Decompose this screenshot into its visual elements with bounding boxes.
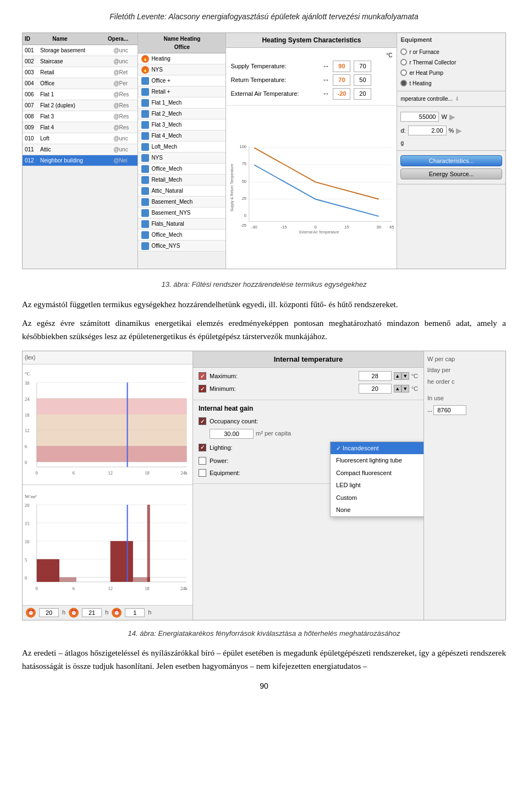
equipment-checkbox[interactable] <box>199 469 206 477</box>
heating-item[interactable]: Flat 1_Mech <box>138 97 226 108</box>
bottom-chart-svg: W/m² 20 15 10 5 0 <box>23 485 193 605</box>
occupancy-unit: m² per capita <box>256 429 291 438</box>
zone-row[interactable]: 003 Retail @Ret <box>23 67 138 78</box>
svg-text:°C: °C <box>25 371 30 377</box>
heating-item[interactable]: Flats_Natural <box>138 219 226 230</box>
equipment-item[interactable]: r or Furnace <box>400 47 502 57</box>
heating-icon-gray <box>141 242 149 250</box>
heating-icon-gray <box>141 132 149 140</box>
page-title: Filetóth Levente: Alacsony energiafogyas… <box>22 11 506 23</box>
max-unit: °C <box>411 372 418 381</box>
zone-row[interactable]: 009 Flat 4 @Res <box>23 122 138 133</box>
watt-row: W ▶ <box>400 111 502 123</box>
heating-item[interactable]: 🔥 Heating <box>138 53 226 64</box>
svg-text:45: 45 <box>390 225 394 230</box>
svg-rect-63 <box>147 504 150 581</box>
percent-input[interactable] <box>408 126 447 135</box>
equipment-radio-selected[interactable] <box>400 80 407 86</box>
equipment-item[interactable]: t Heating <box>400 78 502 89</box>
zone-row-selected[interactable]: 012 Neighbor building @Nei <box>23 155 138 166</box>
heating-item[interactable]: Flat 4_Mech <box>138 130 226 141</box>
zone-row[interactable]: 006 Flat 1 @Res <box>23 89 138 100</box>
temp-control-label: mperature controlle... ⬇ <box>400 94 502 104</box>
energy-source-button[interactable]: Energy Source... <box>400 168 502 179</box>
heating-icon-gray <box>141 121 149 129</box>
zone-row[interactable]: 011 Attic @unc <box>23 144 138 155</box>
figure-14-screenshot: (lex) °C 30 24 18 12 6 0 <box>22 351 506 620</box>
heating-item[interactable]: Office_NYS <box>138 241 226 252</box>
svg-text:10: 10 <box>25 539 29 544</box>
equipment-item[interactable]: er Heat Pump <box>400 68 502 78</box>
zone-row[interactable]: 002 Staircase @unc <box>23 56 138 67</box>
svg-text:12: 12 <box>108 586 113 591</box>
heating-item[interactable]: Basement_NYS <box>138 208 226 219</box>
heating-icon-gray <box>141 231 149 239</box>
zone-row[interactable]: 008 Flat 3 @Res <box>23 111 138 122</box>
lighting-checkbox[interactable]: ✓ <box>199 444 206 451</box>
heating-item[interactable]: Flat 2_Mech <box>138 108 226 119</box>
max-value-input[interactable] <box>359 371 392 381</box>
dropdown-item-none[interactable]: None <box>331 504 424 516</box>
max-step-up[interactable]: ▲ <box>394 372 402 380</box>
equipment-radio[interactable] <box>400 69 407 76</box>
max-checkbox[interactable]: ✓ <box>199 372 206 380</box>
occupancy-checkbox[interactable]: ✓ <box>199 417 206 425</box>
heating-icon-gray <box>141 165 149 173</box>
min-step-down[interactable]: ▼ <box>402 385 409 393</box>
start-hour-input[interactable] <box>39 608 59 617</box>
max-label: Maximum: <box>210 372 359 381</box>
heating-item[interactable]: Office_Mech <box>138 164 226 175</box>
max-step-down[interactable]: ▼ <box>402 372 409 380</box>
svg-text:15: 15 <box>25 521 29 526</box>
duration-input[interactable] <box>125 608 145 617</box>
occupancy-value-input[interactable] <box>210 429 254 439</box>
heating-icon-gray <box>141 99 149 107</box>
heating-item[interactable]: 🔥 NYS <box>138 64 226 75</box>
equipment-radio[interactable] <box>400 48 407 55</box>
svg-rect-60 <box>59 577 76 581</box>
ext-air-temp-row: External Air Temperature: ↔ -20 20 <box>230 88 392 100</box>
zone-row[interactable]: 004 Office @Per <box>23 78 138 89</box>
svg-rect-37 <box>37 446 187 462</box>
heating-icon-gray <box>141 187 149 195</box>
characteristics-button[interactable]: Characteristics... <box>400 155 502 166</box>
page-number: 90 <box>22 680 506 692</box>
max-temp-row: ✓ Maximum: ▲ ▼ °C <box>199 371 418 381</box>
dropdown-item-fluorescent[interactable]: Fluorescent lighting tube <box>331 454 424 467</box>
heating-item[interactable]: Retail + <box>138 86 226 97</box>
heating-item[interactable]: Loft_Mech <box>138 141 226 152</box>
sc2-mid-panel: Internal temperature ✓ Maximum: ▲ ▼ °C ✓ <box>193 351 424 620</box>
value-section: W ▶ d: % ▶ g <box>397 107 505 151</box>
heating-item[interactable]: Retail_Mech <box>138 175 226 186</box>
inuse-value-input[interactable] <box>433 405 466 415</box>
heating-item[interactable]: Flat 3_Mech <box>138 119 226 130</box>
heating-item[interactable]: Attic_Natural <box>138 186 226 197</box>
equipment-item[interactable]: r Thermal Collector <box>400 57 502 68</box>
min-checkbox[interactable]: ✓ <box>199 385 206 393</box>
min-unit: °C <box>411 384 418 394</box>
dropdown-item-led[interactable]: LED light <box>331 479 424 492</box>
zone-row[interactable]: 007 Flat 2 (duplex) @Res <box>23 100 138 111</box>
heating-item[interactable]: NYS <box>138 152 226 164</box>
svg-text:-15: -15 <box>281 225 287 230</box>
svg-text:External Air Temperature: External Air Temperature <box>299 230 339 235</box>
end-hour-input[interactable] <box>82 608 102 617</box>
heating-item[interactable]: Basement_Mech <box>138 197 226 208</box>
dropdown-item-incandescent[interactable]: ✓ Incandescent <box>331 442 424 455</box>
dropdown-item-custom[interactable]: Custom <box>331 492 424 504</box>
heating-panel: Name Heating Office 🔥 Heating 🔥 NYS Offi… <box>138 33 226 269</box>
dropdown-item-compact[interactable]: Compact fluorescent <box>331 467 424 479</box>
heating-item[interactable]: Office + <box>138 75 226 86</box>
min-step-up[interactable]: ▲ <box>394 385 402 393</box>
heating-item[interactable]: Office_Mech <box>138 230 226 241</box>
watt-input[interactable] <box>400 112 439 122</box>
zone-row[interactable]: 001 Storage basement @unc <box>23 45 138 56</box>
svg-text:0: 0 <box>244 213 246 218</box>
top-chart-svg: °C 30 24 18 12 6 0 <box>23 364 193 484</box>
svg-text:-30: -30 <box>251 225 257 230</box>
zone-row[interactable]: 010 Loft @unc <box>23 133 138 144</box>
power-checkbox[interactable] <box>199 457 206 465</box>
min-value-input[interactable] <box>359 384 392 394</box>
heating-icon-gray <box>141 198 149 206</box>
equipment-radio[interactable] <box>400 59 407 66</box>
